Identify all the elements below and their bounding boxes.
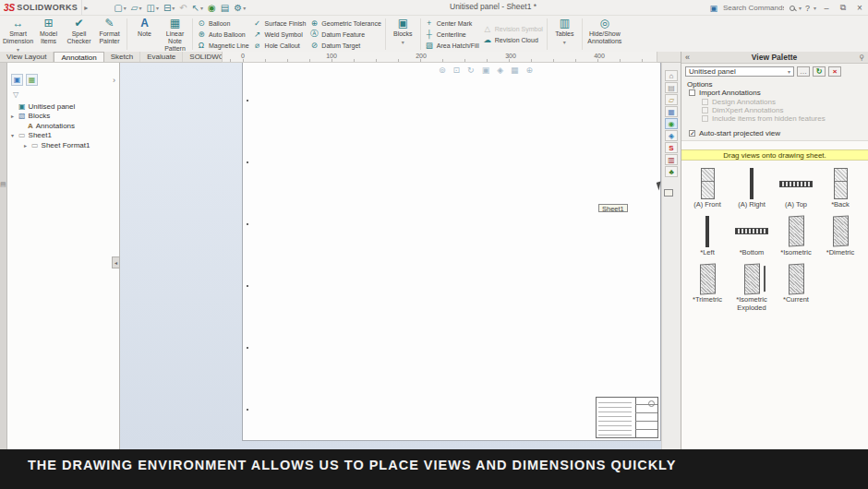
tab-evaluate[interactable]: Evaluate — [140, 52, 183, 62]
tool-format-painter[interactable]: ✎ Format Painter — [94, 16, 125, 53]
zoom-area-icon[interactable]: ⊡ — [453, 66, 461, 75]
filter-funnel-icon[interactable]: ▽ — [13, 90, 18, 99]
view-thumb-isometric-exploded[interactable]: *Isometric Exploded — [729, 261, 774, 312]
tab-sketch[interactable]: Sketch — [104, 52, 140, 62]
checkbox-checked-icon[interactable]: ✓ — [689, 130, 695, 137]
checkbox-icon[interactable] — [689, 89, 695, 96]
search-caret-icon[interactable] — [799, 5, 802, 11]
tool-linear-note-pattern[interactable]: ▦ Linear Note Pattern — [160, 16, 190, 53]
options-caret-icon[interactable] — [243, 5, 246, 11]
tool-hide-show-annotations[interactable]: ◎ Hide/Show Annotations — [585, 16, 625, 53]
sustainability-icon[interactable]: ♣ — [665, 166, 678, 177]
top-view-thumbnail[interactable] — [779, 181, 813, 187]
file-explorer-icon[interactable]: ▦ — [665, 106, 678, 117]
tool-center-mark[interactable]: + Center Mark — [425, 18, 479, 29]
tool-weld-symbol[interactable]: ↗ Weld Symbol — [253, 30, 307, 40]
restore-button[interactable] — [837, 3, 850, 13]
bottom-view-thumbnail[interactable] — [735, 228, 768, 234]
isometric-view-thumbnail[interactable] — [789, 216, 804, 247]
left-view-thumbnail[interactable] — [705, 216, 709, 247]
display-style-icon[interactable]: ▣ — [482, 66, 490, 75]
tool-smart-dimension[interactable]: ↔ Smart Dimension — [3, 16, 33, 53]
minimize-button[interactable] — [820, 4, 833, 13]
pin-icon[interactable] — [859, 54, 864, 62]
view-thumb-left[interactable]: *Left — [685, 214, 729, 257]
tool-auto-balloon[interactable]: ⊛ Auto Balloon — [197, 30, 249, 40]
expand-arrow-icon[interactable] — [9, 132, 16, 138]
options-button[interactable]: ⚙ — [232, 1, 247, 14]
view-orientation-icon[interactable]: ◈ — [497, 66, 503, 75]
blocks-caret-icon[interactable] — [402, 39, 404, 45]
trimetric-view-thumbnail[interactable] — [700, 263, 716, 294]
drawing-sheet[interactable] — [242, 63, 661, 441]
tab-annotation[interactable]: Annotation — [54, 52, 103, 62]
file-properties-button[interactable]: ▤ — [219, 1, 231, 14]
tool-magnetic-line[interactable]: Ω Magnetic Line — [197, 41, 249, 51]
current-view-thumbnail[interactable] — [789, 263, 804, 294]
tool-geometric-tolerance[interactable]: ⊕ Geometric Tolerance — [309, 18, 380, 29]
tool-hole-callout[interactable]: ⌀ Hole Callout — [253, 41, 307, 51]
tool-spell-checker[interactable]: ✔ Spell Checker — [64, 16, 94, 53]
front-view-thumbnail[interactable] — [701, 168, 715, 199]
expand-arrow-icon[interactable] — [22, 142, 29, 149]
print-caret-icon[interactable] — [172, 5, 175, 11]
zoom-fit-icon[interactable]: ⊚ — [439, 66, 446, 75]
print-button[interactable]: ⊟ — [162, 1, 176, 14]
view-thumb-top[interactable]: (A) Top — [774, 166, 818, 209]
tree-item-sheet-format1[interactable]: ▭ Sheet Format1 — [9, 140, 118, 150]
collapsed-panel-icon[interactable]: ▤ — [0, 181, 6, 188]
tables-caret-icon[interactable] — [563, 39, 566, 45]
rebuild-button[interactable]: ◉ — [206, 1, 218, 14]
view-thumb-isometric[interactable]: *Isometric — [774, 214, 818, 257]
view-thumb-current[interactable]: *Current — [774, 261, 818, 312]
title-block[interactable] — [596, 397, 658, 438]
document-dropdown[interactable]: Unitised panel — [685, 66, 794, 77]
tab-view-layout[interactable]: View Layout — [0, 52, 54, 62]
tool-centerline[interactable]: ┼ Centerline — [425, 30, 479, 40]
tool-datum-feature[interactable]: Ⓐ Datum Feature — [309, 30, 380, 40]
browse-button[interactable]: … — [797, 66, 810, 77]
help-caret-icon[interactable] — [814, 5, 816, 11]
drawing-graphics-area[interactable]: ⊚ ⊡ ↻ ▣ ◈ ▦ ⊕ Sheet1 ⌂ ▤ ▱ ▦ ◉ ◈ S ▥ ♣ — [120, 63, 681, 449]
tree-root[interactable]: ▣ Unitised panel — [9, 101, 118, 112]
help-button[interactable]: ? — [805, 4, 810, 13]
dimetric-view-thumbnail[interactable] — [833, 216, 849, 247]
tree-item-sheet1[interactable]: ▭ Sheet1 — [9, 131, 118, 141]
undo-button[interactable]: ↶ — [177, 1, 188, 14]
expand-arrow-icon[interactable] — [9, 113, 16, 119]
tree-item-blocks[interactable]: ▧ Blocks — [9, 112, 118, 122]
select-button[interactable]: ↖ — [190, 1, 205, 14]
solidworks-forum-icon[interactable]: S — [665, 142, 678, 153]
rotate-view-icon[interactable]: ↻ — [467, 66, 475, 75]
view-thumb-dimetric[interactable]: *Dimetric — [818, 214, 862, 257]
tool-revision-cloud[interactable]: ☁ Revision Cloud — [483, 35, 543, 45]
view-thumb-bottom[interactable]: *Bottom — [729, 214, 774, 257]
tool-datum-target[interactable]: ⊘ Datum Target — [309, 41, 380, 51]
design-library-icon[interactable]: ▱ — [665, 94, 678, 105]
tool-model-items[interactable]: ⊞ Model Items — [33, 16, 64, 53]
view-palette-icon[interactable]: ◉ — [665, 118, 678, 129]
expand-panel-chevron-icon[interactable] — [113, 76, 115, 85]
view-thumb-trimetric[interactable]: *Trimetric — [685, 261, 729, 312]
home-icon[interactable]: ⌂ — [665, 70, 678, 81]
close-button[interactable] — [853, 3, 866, 13]
tool-blocks[interactable]: ▣ Blocks — [388, 16, 418, 53]
select-caret-icon[interactable] — [200, 5, 203, 11]
search-commands-input[interactable] — [721, 3, 786, 13]
solidworks-resources-icon[interactable]: ▤ — [665, 82, 678, 93]
open-button[interactable]: ▱ — [129, 1, 144, 14]
save-button[interactable]: ◫ — [144, 1, 160, 14]
back-view-thumbnail[interactable] — [834, 168, 848, 199]
hide-show-items-icon[interactable]: ▦ — [511, 66, 519, 75]
panel-collapse-handle[interactable] — [112, 256, 120, 268]
checkbox-import-annotations[interactable]: Import Annotations — [689, 89, 761, 97]
tool-tables[interactable]: ▥ Tables — [549, 16, 580, 53]
save-caret-icon[interactable] — [156, 5, 159, 11]
tool-balloon[interactable]: ⊙ Balloon — [197, 18, 249, 29]
tool-area-hatch-fill[interactable]: ▨ Area Hatch/Fill — [425, 41, 479, 51]
right-view-thumbnail[interactable] — [750, 168, 753, 199]
display-pane-tab-icon[interactable]: ▦ — [26, 74, 38, 86]
tool-surface-finish[interactable]: ✓ Surface Finish — [253, 18, 307, 29]
checkbox-auto-start-projected-view[interactable]: ✓ Auto-start projected view — [689, 129, 780, 137]
tool-note[interactable]: A Note — [129, 16, 160, 53]
